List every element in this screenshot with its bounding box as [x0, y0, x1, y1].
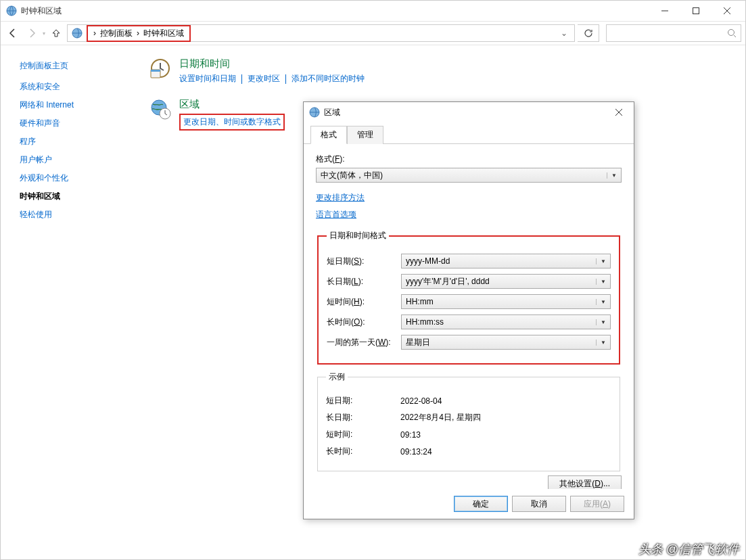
sidebar-item-network[interactable]: 网络和 Internet: [20, 99, 129, 111]
globe-clock-icon: [149, 98, 171, 120]
other-settings-button[interactable]: 其他设置(D)...: [548, 475, 622, 489]
link-add-clocks[interactable]: 添加不同时区的时钟: [292, 73, 365, 85]
dialog-close-button[interactable]: [608, 104, 630, 120]
up-button[interactable]: [48, 25, 64, 41]
sidebar-item-ease[interactable]: 轻松使用: [20, 209, 129, 220]
svg-rect-1: [693, 8, 699, 14]
chevron-down-icon: ▼: [596, 258, 606, 264]
combo-short-time[interactable]: HH:mm▼: [401, 294, 611, 309]
section-region-title[interactable]: 区域: [179, 98, 285, 111]
chevron-down-icon: ▼: [607, 172, 617, 179]
label-short-date: 短日期(S):: [327, 256, 401, 267]
sidebar-item-clock-region[interactable]: 时钟和区域: [20, 191, 129, 202]
address-bar[interactable]: › 控制面板 › 时钟和区域 ⌄: [67, 24, 575, 42]
sidebar: 控制面板主页 系统和安全 网络和 Internet 硬件和声音 程序 用户帐户 …: [1, 45, 136, 559]
sidebar-item-system[interactable]: 系统和安全: [20, 81, 129, 93]
crumb-root[interactable]: 控制面板: [100, 28, 133, 39]
section-datetime-title[interactable]: 日期和时间: [179, 57, 365, 70]
label-short-time: 短时间(H):: [327, 296, 401, 308]
sample-long-time-l: 长时间:: [326, 446, 400, 457]
crumb-current[interactable]: 时钟和区域: [143, 28, 184, 39]
link-sort-method[interactable]: 更改排序方法: [316, 192, 365, 204]
minimize-button[interactable]: [649, 1, 680, 21]
address-globe-icon: [72, 28, 83, 39]
apply-button[interactable]: 应用(A): [570, 496, 624, 512]
link-change-tz[interactable]: 更改时区: [248, 73, 280, 85]
ok-button[interactable]: 确定: [454, 496, 508, 512]
label-long-date: 长日期(L):: [327, 276, 401, 287]
combo-long-time[interactable]: HH:mm:ss▼: [401, 314, 611, 329]
forward-button[interactable]: [24, 25, 40, 41]
link-change-format[interactable]: 更改日期、时间或数字格式: [179, 114, 285, 131]
breadcrumb[interactable]: › 控制面板 › 时钟和区域: [87, 25, 191, 42]
sample-short-time-v: 09:13: [400, 430, 421, 440]
tab-admin[interactable]: 管理: [347, 126, 383, 144]
combo-first-day[interactable]: 星期日▼: [401, 335, 611, 350]
search-input[interactable]: [606, 24, 741, 42]
titlebar: 时钟和区域: [1, 1, 745, 21]
sidebar-item-programs[interactable]: 程序: [20, 136, 129, 147]
link-set-time[interactable]: 设置时间和日期: [179, 73, 236, 85]
region-dialog: 区域 格式 管理 格式(F): 中文(简体，中国) ▼ 更改排序方法 语言首选项…: [303, 101, 634, 519]
tab-format[interactable]: 格式: [310, 126, 347, 144]
sample-long-date-l: 长日期:: [326, 412, 400, 423]
dialog-titlebar: 区域: [304, 102, 634, 122]
sample-long-time-v: 09:13:24: [400, 447, 432, 457]
svg-rect-6: [151, 70, 160, 72]
sample-short-date-l: 短日期:: [326, 395, 400, 406]
dialog-tabs: 格式 管理: [304, 122, 634, 144]
address-dropdown-icon[interactable]: ⌄: [561, 28, 570, 38]
chevron-down-icon: ▼: [596, 279, 606, 285]
combo-format[interactable]: 中文(简体，中国) ▼: [316, 168, 622, 183]
sample-short-date-v: 2022-08-04: [400, 396, 442, 406]
window-title: 时钟和区域: [21, 5, 649, 17]
search-icon: [727, 28, 737, 38]
cancel-button[interactable]: 取消: [512, 496, 566, 512]
sidebar-item-hardware[interactable]: 硬件和声音: [20, 118, 129, 129]
combo-long-date[interactable]: yyyy'年'M'月'd'日', dddd▼: [401, 274, 611, 289]
sidebar-item-users[interactable]: 用户帐户: [20, 154, 129, 166]
chevron-down-icon: ▼: [596, 299, 606, 305]
sample-long-date-v: 2022年8月4日, 星期四: [400, 412, 481, 423]
group-sample-legend: 示例: [326, 371, 348, 383]
history-dropdown-icon[interactable]: ▾: [43, 30, 45, 37]
nav-row: ▾ › 控制面板 › 时钟和区域 ⌄: [1, 21, 745, 45]
label-format: 格式(F):: [316, 154, 622, 165]
combo-short-date[interactable]: yyyy-MM-dd▼: [401, 254, 611, 269]
back-button[interactable]: [5, 25, 21, 41]
clock-icon: [149, 57, 171, 79]
dialog-globe-icon: [309, 107, 320, 118]
sample-short-time-l: 短时间:: [326, 429, 400, 440]
refresh-button[interactable]: [578, 24, 599, 42]
group-format-legend: 日期和时间格式: [327, 230, 389, 241]
maximize-button[interactable]: [680, 1, 712, 21]
chevron-down-icon: ▼: [596, 340, 606, 346]
globe-icon: [6, 5, 17, 16]
svg-point-3: [728, 30, 735, 36]
sidebar-item-appearance[interactable]: 外观和个性化: [20, 172, 129, 184]
group-sample: 示例 短日期:2022-08-04 长日期:2022年8月4日, 星期四 短时间…: [317, 371, 620, 471]
link-language-prefs[interactable]: 语言首选项: [316, 209, 356, 220]
label-long-time: 长时间(O):: [327, 317, 401, 328]
dialog-title: 区域: [324, 107, 608, 118]
label-first-day: 一周的第一天(W):: [327, 337, 401, 348]
sidebar-heading[interactable]: 控制面板主页: [20, 60, 129, 72]
section-datetime: 日期和时间 设置时间和日期 更改时区 添加不同时区的时钟: [149, 57, 732, 85]
group-date-time-format: 日期和时间格式 短日期(S): yyyy-MM-dd▼ 长日期(L): yyyy…: [317, 230, 620, 365]
close-button[interactable]: [712, 1, 743, 21]
chevron-down-icon: ▼: [596, 319, 606, 325]
